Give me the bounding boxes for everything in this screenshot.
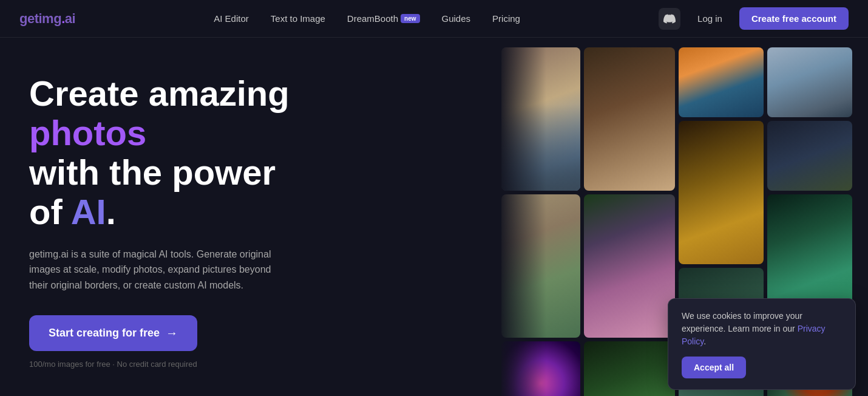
grid-image-clouds <box>767 47 852 117</box>
hero-note: 100/mo images for free · No credit card … <box>29 360 291 369</box>
login-button[interactable]: Log in <box>688 9 732 29</box>
grid-image-cat <box>501 341 580 396</box>
grid-image-ocean <box>679 47 764 117</box>
main-content: Create amazing photos with the power of … <box>0 38 868 396</box>
grid-image-man-suit <box>501 47 580 191</box>
nav-right: Log in Create free account <box>659 7 849 30</box>
hero-title: Create amazing photos with the power of … <box>29 74 291 232</box>
start-creating-label: Start creating for free <box>49 327 160 340</box>
cookie-accept-button[interactable]: Accept all <box>682 357 746 378</box>
hero-title-period: . <box>106 192 116 231</box>
nav-dreambooth-badge: new <box>401 14 419 23</box>
start-creating-arrow: → <box>166 326 178 340</box>
grid-image-curly-man <box>584 47 675 191</box>
hero-title-text1: Create amazing <box>29 73 290 113</box>
hero-description: getimg.ai is a suite of magical AI tools… <box>29 247 291 293</box>
logo-text-part1: getimg <box>19 11 61 26</box>
cookie-message-text: We use cookies to improve your experienc… <box>682 311 802 333</box>
cookie-link-suffix: . <box>704 336 706 346</box>
nav-guides[interactable]: Guides <box>433 9 480 29</box>
cookie-banner: We use cookies to improve your experienc… <box>668 298 856 390</box>
nav-pricing[interactable]: Pricing <box>484 9 529 29</box>
create-account-button[interactable]: Create free account <box>739 7 849 30</box>
grid-image-woman-flowers <box>584 194 675 338</box>
cookie-message: We use cookies to improve your experienc… <box>682 310 842 348</box>
start-creating-button[interactable]: Start creating for free → <box>29 315 197 351</box>
grid-image-forest <box>584 341 675 396</box>
hero-title-text2: with the power of <box>29 152 276 231</box>
logo[interactable]: getimg.ai <box>19 11 75 27</box>
nav-links: AI Editor Text to Image DreamBooth new G… <box>205 9 529 29</box>
hero-section: Create amazing photos with the power of … <box>0 38 316 396</box>
grid-image-bedroom <box>501 194 580 338</box>
hero-title-accent2: AI <box>71 192 106 231</box>
discord-icon[interactable] <box>659 8 680 30</box>
grid-image-gold-skull <box>679 121 764 264</box>
nav-ai-editor[interactable]: AI Editor <box>205 9 257 29</box>
navbar: getimg.ai AI Editor Text to Image DreamB… <box>0 0 868 38</box>
logo-text-part2: ai <box>65 11 75 26</box>
nav-dreambooth[interactable]: DreamBooth new <box>339 9 429 29</box>
grid-image-creature <box>767 121 852 191</box>
hero-title-accent1: photos <box>29 113 146 152</box>
nav-text-to-image[interactable]: Text to Image <box>262 9 334 29</box>
nav-dreambooth-label: DreamBooth <box>347 13 398 24</box>
